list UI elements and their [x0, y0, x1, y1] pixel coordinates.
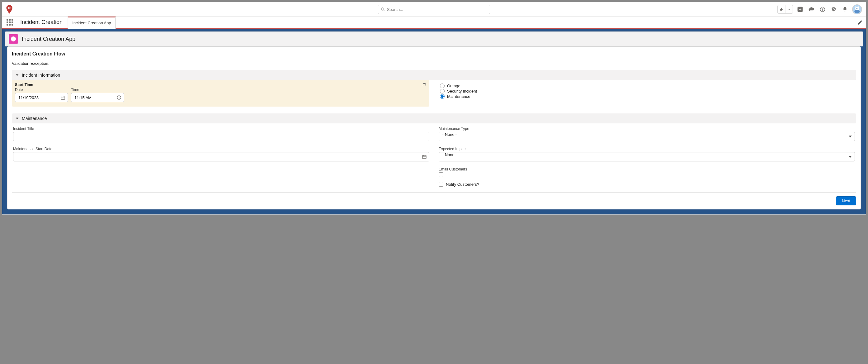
favorites-combo[interactable] — [777, 5, 793, 14]
notify-customers-label: Notify Customers? — [446, 182, 479, 187]
section-header-maintenance[interactable]: Maintenance — [12, 114, 856, 123]
flow-card: Incident Creation Flow Validation Except… — [7, 47, 861, 209]
app-launcher-icon[interactable] — [6, 19, 13, 26]
header-utility-icons: ? — [777, 4, 862, 14]
flow-footer: Next — [12, 192, 856, 205]
page-header-icon — [9, 34, 18, 43]
incident-title-input[interactable] — [13, 132, 429, 141]
context-bar: Incident Creation App Incident Creation … — [2, 29, 866, 214]
radio-icon — [440, 84, 444, 88]
radio-outage[interactable]: Outage — [440, 83, 855, 89]
radio-label: Maintenance — [447, 94, 470, 99]
incident-type-radio-group: Outage Security Incident Maintenance — [439, 80, 856, 102]
favorite-star-icon[interactable] — [778, 5, 785, 13]
expected-impact-select[interactable]: --None-- — [439, 152, 855, 161]
maintenance-type-label: Maintenance Type — [439, 126, 855, 131]
favorite-dropdown-icon[interactable] — [785, 5, 793, 13]
global-header: ! ? — [2, 2, 866, 17]
time-label: Time — [71, 88, 124, 92]
nav-tabs: Incident Creation App — [68, 17, 116, 28]
page-header-title: Incident Creation App — [22, 36, 75, 42]
search-box[interactable] — [378, 5, 490, 14]
email-customers-checkbox[interactable] — [439, 172, 443, 177]
svg-line-3 — [383, 10, 385, 11]
start-time-input[interactable] — [71, 93, 124, 102]
radio-maintenance[interactable]: Maintenance — [440, 94, 855, 99]
search-icon — [381, 7, 385, 11]
notify-customers-checkbox[interactable] — [439, 182, 443, 187]
radio-icon — [440, 89, 444, 93]
svg-text:?: ? — [822, 7, 824, 11]
tab-label: Incident Creation App — [72, 21, 111, 25]
flow-title: Incident Creation Flow — [12, 51, 856, 57]
radio-security-incident[interactable]: Security Incident — [440, 89, 855, 94]
next-button[interactable]: Next — [836, 196, 856, 205]
user-avatar[interactable] — [852, 4, 862, 14]
svg-point-16 — [858, 6, 859, 7]
section-title: Maintenance — [22, 116, 47, 121]
notifications-bell-icon[interactable] — [841, 5, 849, 13]
global-search — [378, 5, 490, 14]
help-icon[interactable]: ? — [818, 5, 827, 13]
maintenance-start-date-label: Maintenance Start Date — [13, 147, 429, 151]
section-header-incident-info[interactable]: Incident Information — [12, 70, 856, 80]
start-date-input[interactable] — [15, 93, 68, 102]
tab-incident-creation-app[interactable]: Incident Creation App — [68, 17, 116, 29]
section-title: Incident Information — [22, 72, 60, 78]
incident-info-body: Start Time Date Time — [12, 80, 856, 107]
salesforce-cloud-icon[interactable] — [807, 5, 815, 13]
notify-customers-row[interactable]: Notify Customers? — [439, 182, 855, 187]
svg-point-9 — [833, 9, 834, 10]
chevron-down-icon — [15, 116, 19, 121]
maintenance-start-date-input[interactable] — [13, 152, 429, 161]
search-input[interactable] — [387, 7, 487, 12]
svg-text:!: ! — [9, 6, 10, 9]
edit-page-icon[interactable] — [857, 20, 863, 25]
svg-point-12 — [856, 8, 857, 9]
radio-label: Security Incident — [447, 89, 477, 93]
svg-point-14 — [854, 9, 860, 13]
undo-icon[interactable] — [422, 82, 427, 87]
svg-point-13 — [858, 8, 858, 9]
chevron-down-icon — [15, 73, 19, 77]
radio-label: Outage — [447, 84, 461, 88]
page-header: Incident Creation App — [5, 31, 863, 47]
start-time-label: Start Time — [15, 83, 426, 87]
global-add-icon[interactable] — [796, 5, 804, 13]
maintenance-type-select[interactable]: --None-- — [439, 132, 855, 141]
maintenance-section: Maintenance Incident Title Maintenance T… — [12, 114, 856, 187]
setup-gear-icon[interactable] — [830, 5, 838, 13]
radio-icon — [440, 94, 444, 99]
start-time-block: Start Time Date Time — [12, 80, 429, 107]
date-label: Date — [15, 88, 68, 92]
svg-point-15 — [855, 6, 857, 7]
expected-impact-label: Expected Impact — [439, 147, 855, 151]
email-customers-label: Email Customers — [439, 167, 855, 172]
svg-point-2 — [381, 8, 384, 10]
incident-title-label: Incident Title — [13, 126, 429, 131]
validation-exception-label: Validation Exception: — [12, 61, 856, 66]
app-title: Incident Creation — [20, 19, 63, 26]
app-logo-icon: ! — [6, 5, 13, 14]
app-nav-bar: Incident Creation Incident Creation App — [2, 17, 866, 29]
